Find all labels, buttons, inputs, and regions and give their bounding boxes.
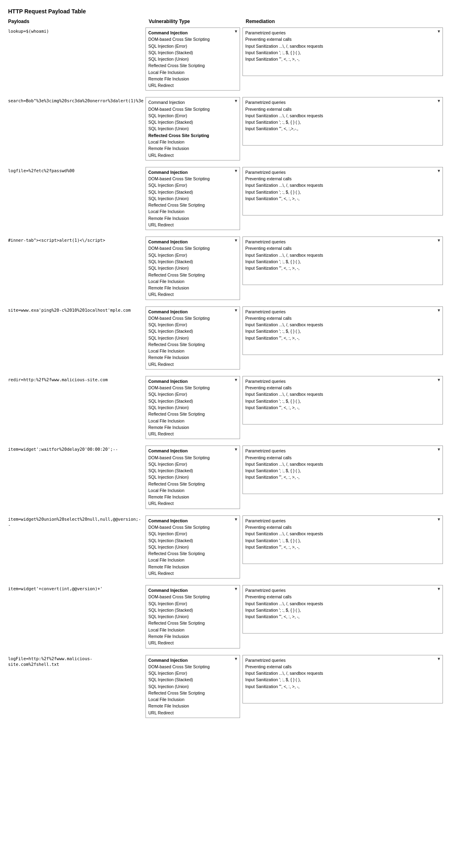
vulnerability-option[interactable]: Command Injection xyxy=(148,378,237,384)
vulnerability-option[interactable]: SQL Injection (Stacked) xyxy=(148,398,237,404)
vulnerability-option[interactable]: SQL Injection (Error) xyxy=(148,182,237,188)
vulnerability-option[interactable]: Remote File Inclusion xyxy=(148,285,237,291)
vulnerability-option[interactable]: DOM-based Cross Site Scripting xyxy=(148,106,237,112)
vulnerability-dropdown[interactable]: ▼Command InjectionDOM-based Cross Site S… xyxy=(145,585,240,648)
vulnerability-option[interactable]: Local File Inclusion xyxy=(148,487,237,494)
remediation-dropdown[interactable]: ▼Parametrized queriesPreventing external… xyxy=(242,376,443,424)
vulnerability-option[interactable]: Command Injection xyxy=(148,448,237,454)
vulnerability-option[interactable]: URL Redirect xyxy=(148,431,237,437)
vulnerability-dropdown[interactable]: ▼Command InjectionDOM-based Cross Site S… xyxy=(145,306,240,370)
vulnerability-option[interactable]: DOM-based Cross Site Scripting xyxy=(148,315,237,321)
vulnerability-option[interactable]: SQL Injection (Error) xyxy=(148,670,237,676)
vulnerability-option[interactable]: Reflected Cross Site Scripting xyxy=(148,690,237,696)
vulnerability-option[interactable]: Reflected Cross Site Scripting xyxy=(148,550,237,557)
remediation-dropdown[interactable]: ▼Parametrized queriesPreventing external… xyxy=(242,306,443,355)
remediation-dropdown[interactable]: ▼Parametrized queriesPreventing external… xyxy=(242,655,443,703)
vulnerability-option[interactable]: URL Redirect xyxy=(148,570,237,577)
vulnerability-option[interactable]: SQL Injection (Union) xyxy=(148,265,237,271)
vulnerability-option[interactable]: URL Redirect xyxy=(148,361,237,367)
vulnerability-option[interactable]: Local File Inclusion xyxy=(148,348,237,354)
vulnerability-dropdown[interactable]: ▼Command InjectionDOM-based Cross Site S… xyxy=(145,655,240,718)
vulnerability-option[interactable]: Remote File Inclusion xyxy=(148,703,237,709)
vulnerability-option[interactable]: DOM-based Cross Site Scripting xyxy=(148,245,237,251)
vulnerability-option[interactable]: Remote File Inclusion xyxy=(148,633,237,640)
remediation-dropdown[interactable]: ▼Parametrized queriesPreventing external… xyxy=(242,515,443,564)
vulnerability-option[interactable]: SQL Injection (Union) xyxy=(148,125,237,132)
vulnerability-option[interactable]: SQL Injection (Stacked) xyxy=(148,607,237,613)
vulnerability-option[interactable]: Remote File Inclusion xyxy=(148,354,237,361)
vulnerability-option[interactable]: Command Injection xyxy=(148,517,237,524)
vulnerability-option[interactable]: Command Injection xyxy=(148,657,237,663)
vulnerability-option[interactable]: URL Redirect xyxy=(148,291,237,298)
vulnerability-option[interactable]: URL Redirect xyxy=(148,82,237,89)
vulnerability-option[interactable]: SQL Injection (Stacked) xyxy=(148,328,237,334)
remediation-dropdown[interactable]: ▼Parametrized queriesPreventing external… xyxy=(242,27,443,76)
vulnerability-option[interactable]: Reflected Cross Site Scripting xyxy=(148,132,237,139)
vulnerability-option[interactable]: SQL Injection (Error) xyxy=(148,461,237,467)
vulnerability-option[interactable]: Reflected Cross Site Scripting xyxy=(148,341,237,348)
vulnerability-option[interactable]: Remote File Inclusion xyxy=(148,424,237,431)
vulnerability-option[interactable]: SQL Injection (Union) xyxy=(148,404,237,411)
vulnerability-option[interactable]: SQL Injection (Union) xyxy=(148,335,237,341)
vulnerability-option[interactable]: SQL Injection (Union) xyxy=(148,56,237,62)
vulnerability-option[interactable]: DOM-based Cross Site Scripting xyxy=(148,593,237,600)
vulnerability-option[interactable]: Local File Inclusion xyxy=(148,418,237,424)
vulnerability-option[interactable]: Local File Inclusion xyxy=(148,696,237,703)
remediation-dropdown[interactable]: ▼Parametrized queriesPreventing external… xyxy=(242,237,443,285)
vulnerability-option[interactable]: Reflected Cross Site Scripting xyxy=(148,620,237,626)
vulnerability-option[interactable]: Local File Inclusion xyxy=(148,557,237,563)
vulnerability-option[interactable]: Local File Inclusion xyxy=(148,208,237,215)
vulnerability-option[interactable]: SQL Injection (Error) xyxy=(148,43,237,49)
remediation-dropdown[interactable]: ▼Parametrized queriesPreventing external… xyxy=(242,585,443,634)
remediation-dropdown[interactable]: ▼Parametrized queriesPreventing external… xyxy=(242,446,443,494)
vulnerability-option[interactable]: SQL Injection (Union) xyxy=(148,683,237,690)
vulnerability-option[interactable]: DOM-based Cross Site Scripting xyxy=(148,175,237,182)
vulnerability-option[interactable]: SQL Injection (Union) xyxy=(148,474,237,480)
vulnerability-option[interactable]: URL Redirect xyxy=(148,640,237,646)
vulnerability-option[interactable]: Reflected Cross Site Scripting xyxy=(148,202,237,208)
vulnerability-option[interactable]: SQL Injection (Error) xyxy=(148,391,237,397)
vulnerability-option[interactable]: DOM-based Cross Site Scripting xyxy=(148,663,237,670)
vulnerability-option[interactable]: Command Injection xyxy=(148,308,237,315)
vulnerability-option[interactable]: Command Injection xyxy=(148,587,237,593)
vulnerability-option[interactable]: DOM-based Cross Site Scripting xyxy=(148,454,237,461)
vulnerability-option[interactable]: SQL Injection (Stacked) xyxy=(148,189,237,195)
vulnerability-option[interactable]: SQL Injection (Stacked) xyxy=(148,676,237,683)
vulnerability-option[interactable]: Reflected Cross Site Scripting xyxy=(148,411,237,417)
vulnerability-dropdown[interactable]: ▼Command InjectionDOM-based Cross Site S… xyxy=(145,446,240,509)
vulnerability-option[interactable]: URL Redirect xyxy=(148,222,237,228)
vulnerability-option[interactable]: URL Redirect xyxy=(148,710,237,716)
vulnerability-option[interactable]: SQL Injection (Error) xyxy=(148,530,237,537)
vulnerability-option[interactable]: Command Injection xyxy=(148,99,237,106)
vulnerability-option[interactable]: Remote File Inclusion xyxy=(148,215,237,222)
vulnerability-dropdown[interactable]: ▼Command InjectionDOM-based Cross Site S… xyxy=(145,97,240,160)
vulnerability-option[interactable]: Command Injection xyxy=(148,30,237,36)
vulnerability-option[interactable]: Remote File Inclusion xyxy=(148,564,237,570)
vulnerability-dropdown[interactable]: ▼Command InjectionDOM-based Cross Site S… xyxy=(145,515,240,579)
vulnerability-option[interactable]: SQL Injection (Union) xyxy=(148,195,237,202)
vulnerability-dropdown[interactable]: ▼Command InjectionDOM-based Cross Site S… xyxy=(145,237,240,300)
vulnerability-option[interactable]: URL Redirect xyxy=(148,500,237,507)
vulnerability-option[interactable]: SQL Injection (Stacked) xyxy=(148,119,237,125)
vulnerability-option[interactable]: Local File Inclusion xyxy=(148,627,237,633)
vulnerability-option[interactable]: DOM-based Cross Site Scripting xyxy=(148,524,237,530)
vulnerability-option[interactable]: SQL Injection (Error) xyxy=(148,252,237,258)
vulnerability-option[interactable]: SQL Injection (Stacked) xyxy=(148,49,237,56)
remediation-dropdown[interactable]: ▼Parametrized queriesPreventing external… xyxy=(242,97,443,146)
vulnerability-option[interactable]: SQL Injection (Stacked) xyxy=(148,258,237,265)
vulnerability-option[interactable]: SQL Injection (Union) xyxy=(148,613,237,620)
vulnerability-dropdown[interactable]: ▼Command InjectionDOM-based Cross Site S… xyxy=(145,376,240,439)
vulnerability-option[interactable]: Reflected Cross Site Scripting xyxy=(148,62,237,69)
vulnerability-option[interactable]: Local File Inclusion xyxy=(148,69,237,76)
vulnerability-option[interactable]: Remote File Inclusion xyxy=(148,76,237,82)
vulnerability-option[interactable]: SQL Injection (Union) xyxy=(148,544,237,550)
vulnerability-dropdown[interactable]: ▼Command InjectionDOM-based Cross Site S… xyxy=(145,27,240,91)
vulnerability-option[interactable]: Local File Inclusion xyxy=(148,139,237,145)
vulnerability-option[interactable]: SQL Injection (Error) xyxy=(148,321,237,328)
vulnerability-dropdown[interactable]: ▼Command InjectionDOM-based Cross Site S… xyxy=(145,167,240,230)
vulnerability-option[interactable]: Reflected Cross Site Scripting xyxy=(148,272,237,278)
vulnerability-option[interactable]: Command Injection xyxy=(148,239,237,245)
vulnerability-option[interactable]: URL Redirect xyxy=(148,152,237,158)
vulnerability-option[interactable]: DOM-based Cross Site Scripting xyxy=(148,36,237,42)
vulnerability-option[interactable]: SQL Injection (Stacked) xyxy=(148,537,237,544)
